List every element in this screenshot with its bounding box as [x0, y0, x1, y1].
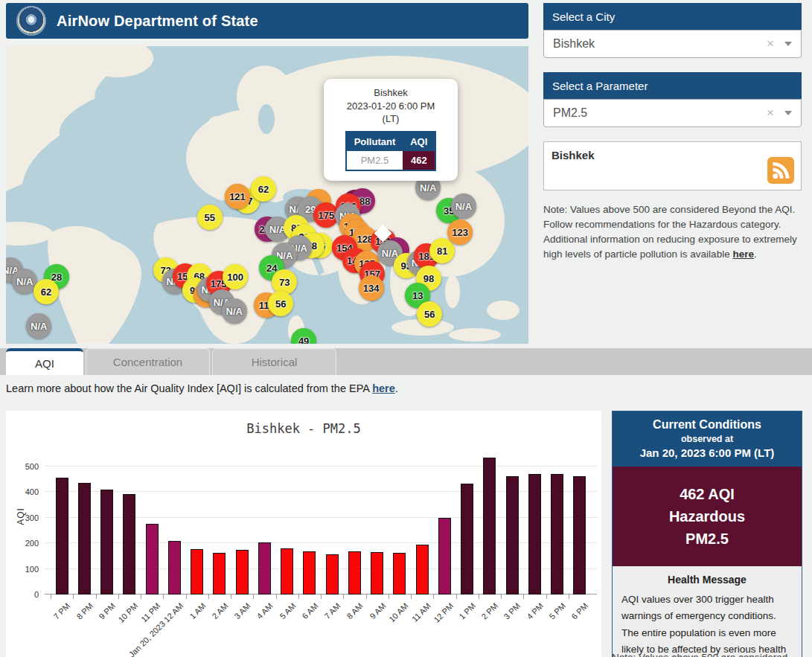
chart-bar[interactable] [236, 550, 249, 594]
feed-box: Bishkek [543, 141, 802, 190]
map-marker[interactable]: 56 [417, 301, 442, 327]
current-conditions-panel: Current Conditions observed at Jan 20, 2… [612, 411, 802, 657]
x-tick-label: 11 AM [410, 601, 432, 624]
map-marker[interactable]: N/A [451, 193, 476, 219]
x-tick-label: 6 AM [300, 601, 319, 621]
chart-bar[interactable] [146, 524, 159, 594]
chart-bar[interactable] [483, 458, 496, 594]
chart-bar[interactable] [303, 551, 316, 594]
sidebar-note: Note: Values above 500 are considered Be… [543, 202, 804, 262]
x-tick-label: 1 PM [457, 601, 477, 621]
info-line-text: Learn more about how the Air Quality Ind… [6, 382, 372, 394]
chart-title: Bishkek - PM2.5 [6, 421, 601, 436]
select-parameter-label: Select a Parameter [552, 80, 648, 92]
map-marker[interactable]: 81 [429, 238, 455, 263]
x-tick-label: 5 PM [547, 601, 567, 621]
chart-bar[interactable] [168, 541, 181, 594]
chart-bar[interactable] [78, 483, 91, 594]
x-tick-label: 2 PM [480, 601, 500, 621]
popup-timezone: (LT) [328, 112, 453, 126]
x-tick-label: 3 PM [502, 601, 522, 621]
chart-bar[interactable] [281, 548, 293, 594]
chart-bar[interactable] [461, 484, 473, 594]
tab-bar: AQIConcentrationHistorical [0, 348, 812, 375]
chart-bar[interactable] [258, 542, 271, 594]
map-marker[interactable]: 62 [251, 176, 276, 202]
popup-col-pollutant: Pollutant [346, 132, 403, 151]
x-tick-label: 4 AM [255, 601, 275, 621]
x-tick-label: 9 AM [368, 601, 387, 621]
tab-concentration[interactable]: Concentration [86, 348, 210, 375]
map-marker[interactable]: 55 [197, 205, 223, 230]
tab-historical[interactable]: Historical [212, 348, 336, 375]
chart-bar[interactable] [326, 554, 339, 594]
chart-bar[interactable] [100, 490, 113, 594]
cc-aqi-pollutant: PM2.5 [617, 528, 797, 550]
rss-icon[interactable] [767, 157, 794, 184]
x-tick-label: 10 PM [116, 601, 139, 624]
sidebar-note-here-link[interactable]: here [732, 249, 754, 260]
cc-observed-at: observed at [617, 434, 797, 444]
chart-bar[interactable] [191, 549, 203, 594]
popup-city: Bishkek [328, 86, 453, 100]
chart-bar[interactable] [56, 478, 68, 594]
chart-bar[interactable] [393, 553, 406, 594]
city-select-value: Bishkek [553, 37, 767, 51]
city-select[interactable]: Bishkek × [543, 30, 802, 58]
x-tick-label: 8 PM [74, 601, 95, 621]
map-marker[interactable]: 123 [447, 219, 473, 245]
popup-col-aqi: AQI [403, 132, 435, 151]
map-marker[interactable]: 62 [33, 279, 59, 304]
city-dropdown-arrow-icon[interactable] [784, 42, 792, 46]
map-marker[interactable]: 49 [291, 328, 316, 344]
chart-bar[interactable] [506, 476, 519, 594]
chart-bar[interactable] [213, 553, 226, 594]
app-header: AirNow Department of State [6, 3, 528, 39]
map-marker[interactable]: 121 [225, 184, 250, 209]
x-tick-label: 6 PM [570, 601, 590, 621]
chart-bar[interactable] [528, 474, 541, 594]
tab-aqi[interactable]: AQI [6, 348, 83, 375]
sidebar-note-text: Note: Values above 500 are considered Be… [543, 204, 797, 260]
chart-plot: AQI 01002003004005007 PM8 PM9 PM10 PM11 … [45, 451, 597, 594]
map-marker[interactable]: 134 [359, 275, 384, 301]
map-popup: Bishkek 2023-01-20 6:00 PM (LT) Pollutan… [324, 79, 458, 181]
y-tick-label: 400 [25, 487, 39, 496]
current-aqi-block: 462 AQI Hazardous PM2.5 [613, 467, 802, 566]
cc-aqi-value: 462 AQI [617, 483, 797, 505]
chart-bar[interactable] [416, 545, 429, 594]
chart-bar[interactable] [551, 474, 563, 594]
map-marker[interactable]: N/A [222, 298, 247, 324]
cc-timestamp: Jan 20, 2023 6:00 PM (LT) [617, 446, 797, 459]
chart-bar[interactable] [371, 552, 383, 594]
map-marker[interactable]: N/A [26, 313, 51, 339]
y-tick-label: 0 [34, 590, 39, 599]
x-tick-label: 7 PM [52, 601, 72, 621]
parameter-select[interactable]: PM2.5 × [543, 99, 802, 127]
city-clear-icon[interactable]: × [767, 36, 774, 51]
aqi-world-map[interactable]: 971216255N/A29175229N/A82907678N/AN/A247… [6, 46, 528, 344]
chart-bar[interactable] [123, 494, 135, 594]
x-tick-label: 2 AM [210, 601, 229, 621]
popup-table: Pollutant AQI PM2.5 462 [345, 131, 437, 171]
popup-pollutant-value: PM2.5 [346, 151, 403, 170]
dos-seal-icon [16, 6, 46, 36]
parameter-dropdown-arrow-icon[interactable] [784, 111, 792, 115]
feed-city-title: Bishkek [552, 149, 793, 161]
current-conditions-header: Current Conditions observed at Jan 20, 2… [613, 411, 802, 467]
map-marker[interactable]: 56 [268, 291, 293, 316]
select-city-label: Select a City [552, 10, 615, 23]
y-tick-label: 500 [25, 462, 39, 471]
footer-note-partial: Note: Values above 500 are considered Be… [612, 652, 802, 657]
cc-title: Current Conditions [617, 418, 797, 432]
chart-bar[interactable] [573, 476, 586, 594]
health-message-block: Health Message AQI values over 300 trigg… [613, 566, 802, 657]
x-tick-label: 1 AM [188, 601, 207, 621]
chart-bar[interactable] [348, 551, 361, 594]
select-parameter-header: Select a Parameter [543, 72, 802, 99]
chart-bar[interactable] [438, 518, 451, 594]
epa-here-link[interactable]: here [372, 382, 395, 394]
parameter-clear-icon[interactable]: × [767, 106, 774, 121]
x-tick-label: 4 PM [525, 601, 545, 621]
map-marker[interactable]: 100 [223, 264, 248, 289]
